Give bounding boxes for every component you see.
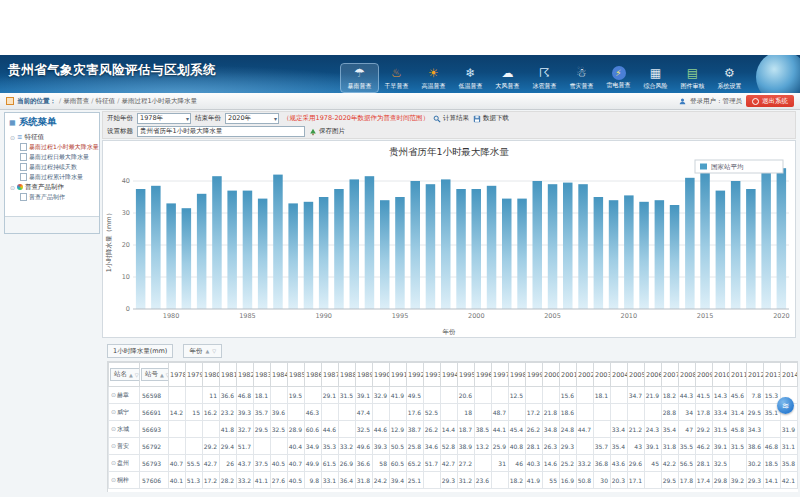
value-cell-2008: 56.5: [679, 455, 696, 472]
nav-item-label: 冰雹普查: [526, 82, 563, 91]
value-cell-1983: 41.1: [254, 472, 271, 489]
station-name: 盘州: [117, 459, 129, 466]
tree-item[interactable]: 暴雨过程累计降水量: [10, 172, 99, 182]
value-cell-2013: 14.1: [764, 472, 781, 489]
tree-group-label: 特征值: [24, 133, 44, 142]
breadcrumb-item[interactable]: 特征值: [96, 97, 116, 105]
value-cell-1981: 26: [220, 455, 237, 472]
station-id-sort-chip[interactable]: 站号▲▽: [141, 368, 169, 381]
sort-asc-icon[interactable]: ▲: [129, 372, 133, 378]
value-cell-1981: 29.4: [220, 438, 237, 455]
value-cell-1987: 35.3: [322, 438, 339, 455]
bar-2017: [731, 181, 741, 309]
value-cell-2001: 25.2: [560, 455, 577, 472]
filter-icon[interactable]: ▽: [212, 348, 216, 354]
value-cell-1980: 42.7: [203, 455, 220, 472]
nav-item-drought-survey[interactable]: ♨干旱普查: [378, 64, 415, 92]
toolbar: 开始年份 1978年 结束年份 2020年 （规定采用1978-2020年数据作…: [102, 111, 796, 139]
floating-service-widget[interactable]: ≋: [777, 397, 794, 414]
nav-item-comprehensive-risk[interactable]: ▦综合风险: [637, 64, 674, 92]
radio-icon[interactable]: ⊙: [111, 425, 116, 432]
value-cell-1991: 60.5: [390, 455, 407, 472]
breadcrumb-item[interactable]: 暴雨普查: [63, 97, 89, 105]
tree-group-普查产品制作[interactable]: ⊙普查产品制作: [10, 182, 99, 192]
value-cell-1988: 33.2: [339, 438, 356, 455]
radio-icon[interactable]: ⊙: [111, 408, 116, 415]
sidebar-tree: ⊙≡特征值暴雨过程1小时最大降水量暴雨过程日最大降水量暴雨过程持续天数暴雨过程累…: [5, 131, 99, 202]
station-name-cell: ⊙桐梓: [109, 472, 140, 489]
value-cell-1980: 29.2: [203, 438, 220, 455]
value-cell-1993: 52.5: [424, 404, 441, 421]
save-image-button[interactable]: 保存图片: [309, 127, 345, 136]
nav-item-map-review[interactable]: ▤图件审核: [674, 64, 711, 92]
bar-2006: [563, 183, 573, 309]
pie-icon: [17, 184, 23, 190]
nav-item-low-temp-survey[interactable]: ❄低温普查: [452, 64, 489, 92]
tree-item[interactable]: 暴雨过程1小时最大降水量: [10, 142, 99, 152]
nav-item-label: 雷电普查: [600, 81, 637, 90]
nav-item-snow-survey[interactable]: ☃雪灾普查: [563, 64, 600, 92]
value-cell-2000: [543, 387, 560, 404]
sort-asc-icon[interactable]: ▲: [205, 348, 209, 354]
breadcrumb-item[interactable]: 暴雨过程1小时最大降水量: [121, 97, 197, 105]
value-cell-1998: 46: [509, 455, 526, 472]
value-cell-1995: 27.2: [458, 455, 475, 472]
nav-item-rainstorm-survey[interactable]: ☂暴雨普查: [341, 64, 378, 92]
filter-icon[interactable]: ▽: [135, 372, 139, 378]
value-field-label: 1小时降水量(mm): [113, 347, 167, 356]
nav-item-lightning-survey[interactable]: ⚡雷电普查: [600, 64, 637, 92]
station-name-cell: ⊙盘州: [109, 455, 140, 472]
nav-item-label: 图件审核: [674, 82, 711, 91]
value-cell-1984: 27.6: [271, 472, 288, 489]
bar-1982: [197, 194, 207, 309]
radio-icon[interactable]: ⊙: [111, 391, 116, 398]
station-name-sort-chip[interactable]: 站名▲▽: [110, 368, 140, 381]
chart-title-input[interactable]: 贵州省历年1小时最大降水量: [137, 126, 305, 137]
station-name: 赫章: [117, 391, 129, 398]
value-cell-2002: [577, 438, 594, 455]
radio-icon[interactable]: ⊙: [111, 442, 116, 449]
tree-item[interactable]: 普查产品制作: [10, 192, 99, 202]
tree-group-特征值[interactable]: ⊙≡特征值: [10, 132, 99, 142]
calculate-button[interactable]: 计算结果: [433, 114, 469, 123]
table-row-威宁: ⊙威宁5669114.21516.223.239.335.739.646.347…: [109, 404, 798, 421]
end-year-label: 结束年份: [195, 114, 221, 123]
nav-item-high-temp-survey[interactable]: ☀高温普查: [415, 64, 452, 92]
start-year-select[interactable]: 1978年: [137, 113, 191, 124]
value-cell-1989: 49.6: [356, 438, 373, 455]
save-image-label: 保存图片: [319, 127, 345, 136]
radio-icon[interactable]: ⊙: [111, 459, 116, 466]
download-button[interactable]: 数据下载: [473, 114, 509, 123]
logout-button[interactable]: 退出系统: [746, 95, 794, 107]
expander-icon[interactable]: ⊙: [10, 134, 15, 141]
value-cell-2014: 31.9: [781, 421, 798, 438]
column-field-chip[interactable]: 年份 ▲ ▽: [183, 344, 222, 358]
nav-item-wind-survey[interactable]: ☁大风普查: [489, 64, 526, 92]
station-id-cell: 56693: [140, 421, 169, 438]
value-cell-1978: [169, 438, 186, 455]
nav-item-label: 暴雨普查: [341, 82, 378, 91]
wave-icon: ≋: [782, 401, 790, 411]
value-cell-1997: 25.9: [492, 438, 509, 455]
end-year-select[interactable]: 2020年: [225, 113, 279, 124]
expander-icon[interactable]: ⊙: [10, 184, 15, 191]
value-cell-1981: 28.2: [220, 472, 237, 489]
sort-asc-icon[interactable]: ▲: [160, 372, 164, 378]
value-cell-1993: [424, 472, 441, 489]
nav-item-system-settings[interactable]: ⚙系统设置: [711, 64, 748, 92]
value-field-chip[interactable]: 1小时降水量(mm): [107, 344, 173, 358]
bar-2007: [578, 184, 588, 309]
bar-1983: [212, 176, 222, 309]
station-name: 水城: [117, 425, 129, 432]
x-axis-label: 年份: [443, 328, 457, 336]
nav-item-hail-survey[interactable]: ☈冰雹普查: [526, 64, 563, 92]
tree-item[interactable]: 暴雨过程日最大降水量: [10, 152, 99, 162]
station-name-cell: ⊙普安: [109, 438, 140, 455]
tree-item[interactable]: 暴雨过程持续天数: [10, 162, 99, 172]
value-cell-1993: 51.7: [424, 455, 441, 472]
value-cell-1986: 34.9: [305, 438, 322, 455]
radio-icon[interactable]: ⊙: [111, 476, 116, 483]
value-cell-1996: [475, 387, 492, 404]
table-row-水城: ⊙水城5669341.832.729.532.528.960.644.632.5…: [109, 421, 798, 438]
value-cell-1986: 46.3: [305, 404, 322, 421]
